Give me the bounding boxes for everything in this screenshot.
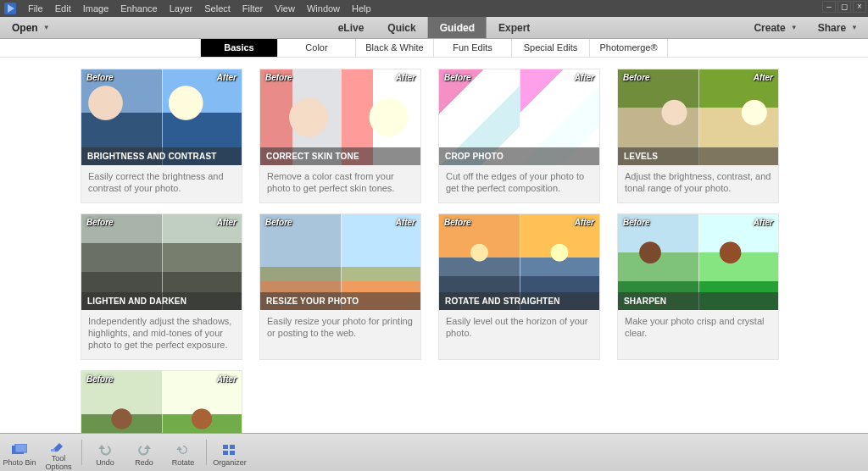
card-thumb: Before After CORRECT SKIN TONE — [260, 69, 420, 165]
mode-expert[interactable]: Expert — [487, 17, 542, 38]
modebar-right: Create ▼ Share ▼ — [743, 17, 868, 38]
menu-filter[interactable]: Filter — [236, 0, 269, 17]
before-label: Before — [265, 73, 292, 82]
window-controls: – ◻ × — [822, 1, 866, 13]
tab-photomerge[interactable]: Photomerge® — [590, 39, 668, 57]
card-title: CROP PHOTO — [439, 147, 599, 165]
after-label: After — [217, 73, 236, 82]
window-minimize-button[interactable]: – — [822, 1, 836, 13]
mode-guided[interactable]: Guided — [428, 17, 487, 38]
before-label: Before — [86, 374, 114, 384]
card-thumb: Before After BRIGHTNESS AND CONTRAST — [81, 69, 242, 165]
after-label: After — [396, 218, 415, 227]
card-title: ROTATE AND STRAIGHTEN — [439, 292, 599, 310]
menu-view[interactable]: View — [269, 0, 301, 17]
tool-label: Rotate — [164, 458, 203, 467]
card-title: LEVELS — [618, 147, 778, 165]
menu-image[interactable]: Image — [77, 0, 115, 17]
redo-icon — [125, 441, 164, 458]
mode-bar: Open ▼ eLive Quick Guided Expert Create … — [0, 17, 868, 39]
card-thumb: Before After SHARPEN — [618, 214, 778, 310]
card-resize-photo[interactable]: Before After RESIZE YOUR PHOTO Easily re… — [260, 214, 420, 359]
card-crop-photo[interactable]: Before After CROP PHOTO Cut off the edge… — [439, 69, 599, 202]
guided-grid: Before After BRIGHTNESS AND CONTRAST Eas… — [0, 58, 868, 433]
tool-undo[interactable]: Undo — [86, 439, 125, 467]
tab-bw[interactable]: Black & White — [356, 39, 434, 57]
mode-elive[interactable]: eLive — [326, 17, 376, 38]
svg-rect-2 — [15, 444, 27, 452]
before-label: Before — [265, 218, 292, 227]
card-desc: Make your photo crisp and crystal clear. — [618, 310, 778, 347]
menu-help[interactable]: Help — [346, 0, 377, 17]
separator — [206, 440, 207, 465]
window-close-button[interactable]: × — [853, 1, 866, 13]
tool-organizer[interactable]: Organizer — [210, 439, 249, 467]
menu-edit[interactable]: Edit — [49, 0, 77, 17]
before-label: Before — [623, 73, 650, 82]
organizer-icon — [210, 441, 249, 458]
tab-color[interactable]: Color — [278, 39, 356, 57]
create-button[interactable]: Create ▼ — [743, 17, 807, 38]
after-label: After — [217, 374, 236, 384]
separator — [81, 440, 82, 465]
before-label: Before — [623, 218, 650, 227]
chevron-down-icon: ▼ — [791, 24, 798, 31]
card-correct-skin-tone[interactable]: Before After CORRECT SKIN TONE Remove a … — [260, 69, 420, 202]
guided-content[interactable]: Before After BRIGHTNESS AND CONTRAST Eas… — [0, 58, 868, 433]
card-vignette[interactable]: Before After VIGNETTE EFFECT Add a vigne… — [81, 371, 242, 433]
app-menubar: File Edit Image Enhance Layer Select Fil… — [0, 0, 868, 17]
after-label: After — [754, 73, 773, 82]
card-desc: Easily correct the brightness and contra… — [81, 165, 242, 202]
create-label: Create — [754, 22, 785, 34]
svg-rect-4 — [223, 445, 228, 449]
tool-photo-bin[interactable]: Photo Bin — [0, 439, 39, 467]
menu-file[interactable]: File — [22, 0, 49, 17]
app-logo-icon — [3, 2, 17, 15]
undo-icon — [86, 441, 125, 458]
guided-subtabs: Basics Color Black & White Fun Edits Spe… — [0, 39, 868, 58]
after-label: After — [217, 218, 236, 227]
mode-quick[interactable]: Quick — [376, 17, 427, 38]
before-label: Before — [444, 73, 471, 82]
menu-window[interactable]: Window — [301, 0, 346, 17]
card-brightness-contrast[interactable]: Before After BRIGHTNESS AND CONTRAST Eas… — [81, 69, 242, 202]
svg-rect-3 — [51, 449, 55, 452]
card-thumb: Before After ROTATE AND STRAIGHTEN — [439, 214, 599, 310]
tool-label: Redo — [125, 458, 164, 467]
photo-bin-icon — [0, 441, 39, 458]
share-button[interactable]: Share ▼ — [808, 17, 868, 38]
bottom-toolbar: Photo Bin Tool Options Undo Redo Rotate … — [0, 433, 868, 471]
share-label: Share — [818, 22, 846, 34]
open-button[interactable]: Open ▼ — [0, 17, 65, 38]
tool-label: Undo — [86, 458, 125, 467]
card-title: RESIZE YOUR PHOTO — [260, 292, 420, 310]
tab-fun-edits[interactable]: Fun Edits — [434, 39, 512, 57]
after-label: After — [754, 218, 773, 227]
svg-rect-7 — [230, 451, 235, 455]
tab-special-edits[interactable]: Special Edits — [512, 39, 590, 57]
after-label: After — [396, 73, 415, 82]
menu-enhance[interactable]: Enhance — [114, 0, 163, 17]
card-desc: Easily resize your photo for printing or… — [260, 310, 420, 347]
tool-options[interactable]: Tool Options — [39, 435, 78, 471]
card-sharpen[interactable]: Before After SHARPEN Make your photo cri… — [618, 214, 778, 359]
tool-redo[interactable]: Redo — [125, 439, 164, 467]
card-lighten-darken[interactable]: Before After LIGHTEN AND DARKEN Independ… — [81, 214, 242, 359]
menu-layer[interactable]: Layer — [164, 0, 199, 17]
card-desc: Independently adjust the shadows, highli… — [81, 310, 242, 359]
card-thumb: Before After LEVELS — [618, 69, 778, 165]
card-levels[interactable]: Before After LEVELS Adjust the brightnes… — [618, 69, 778, 202]
card-desc: Adjust the brightness, contrast, and ton… — [618, 165, 778, 202]
before-label: Before — [444, 218, 471, 227]
menu-select[interactable]: Select — [198, 0, 236, 17]
card-title: CORRECT SKIN TONE — [260, 147, 420, 165]
svg-rect-6 — [223, 451, 228, 455]
card-thumb: Before After LIGHTEN AND DARKEN — [81, 214, 242, 310]
tool-rotate[interactable]: Rotate — [164, 439, 203, 467]
card-desc: Easily level out the horizon of your pho… — [439, 310, 599, 347]
window-maximize-button[interactable]: ◻ — [837, 1, 851, 13]
tab-basics[interactable]: Basics — [200, 39, 278, 57]
card-title: SHARPEN — [618, 292, 778, 310]
card-rotate-straighten[interactable]: Before After ROTATE AND STRAIGHTEN Easil… — [439, 214, 599, 359]
tool-label: Tool Options — [39, 454, 78, 471]
